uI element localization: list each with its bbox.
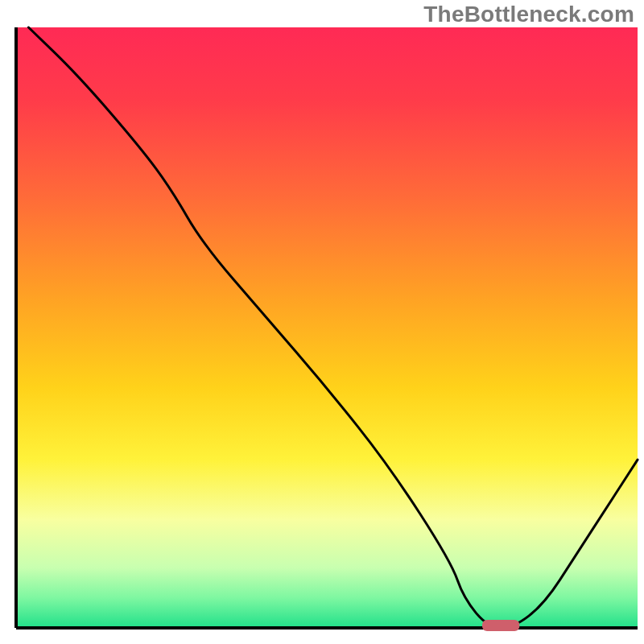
watermark-text: TheBottleneck.com — [423, 2, 634, 27]
plot-background — [16, 27, 638, 628]
optimal-marker — [482, 620, 519, 631]
chart-svg — [0, 0, 644, 644]
bottleneck-chart: TheBottleneck.com — [0, 0, 644, 644]
